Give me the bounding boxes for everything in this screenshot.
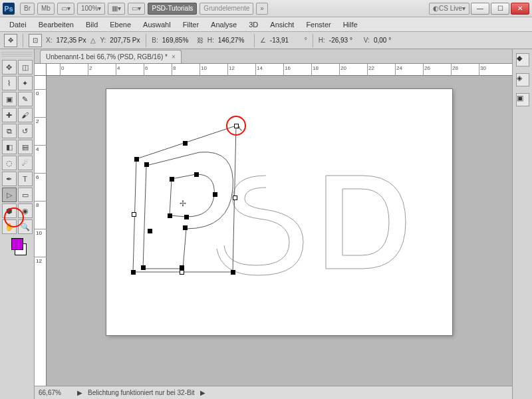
transform-center-icon[interactable]: ✢ [180,199,186,208]
status-message: Belichtung funktioniert nur bei 32-Bit [88,389,195,396]
menu-auswahl[interactable]: Auswahl [138,19,176,30]
y-value[interactable]: 207,75 Px [110,37,140,44]
transform-tool-icon[interactable]: ✥ [4,34,17,47]
menu-datei[interactable]: Datei [4,19,32,30]
link-icon[interactable]: ⛓ [197,37,203,44]
x-value[interactable]: 172,35 Px [56,37,86,44]
canvas[interactable]: ✢ ↖ [106,89,452,335]
anchor-point[interactable] [144,162,149,167]
height-value[interactable]: 146,27% [218,37,249,44]
eraser-tool[interactable]: ◧ [2,140,17,154]
wand-tool[interactable]: ✦ [18,76,33,90]
transform-handle[interactable] [183,141,188,146]
cslive-button[interactable]: ◐ CS Live ▾ [429,3,469,15]
brush-tool[interactable]: 🖌 [18,108,33,122]
canvas-viewport[interactable]: ✢ ↖ [47,76,512,399]
vertical-ruler[interactable]: 024681012 [35,76,47,399]
close-tab-icon[interactable]: × [172,53,176,61]
lasso-tool[interactable]: ⌇ [2,76,17,90]
workspace-more-button[interactable]: » [256,3,268,15]
menu-ansicht[interactable]: Ansicht [265,19,299,30]
transform-handle[interactable] [233,196,237,200]
foreground-color[interactable] [11,238,23,250]
status-arrow-icon[interactable]: ▶ [77,389,82,396]
menu-bar: Datei Bearbeiten Bild Ebene Auswahl Filt… [0,17,532,32]
anchor-point[interactable] [141,265,146,270]
menu-fenster[interactable]: Fenster [301,19,336,30]
reference-point-icon[interactable]: ⊡ [29,34,42,47]
angle-icon: ∠ [260,37,266,44]
pen-tool[interactable]: ✒ [2,172,17,186]
width-value[interactable]: 169,85% [162,37,193,44]
menu-ebene[interactable]: Ebene [104,19,136,30]
document-tab[interactable]: Unbenannt-1 bei 66,7% (PSD, RGB/16) * × [40,50,182,63]
horizontal-ruler[interactable]: 024681012141618202224262830 [47,64,512,76]
transform-handle[interactable] [180,270,184,275]
workspace-grundelemente[interactable]: Grundelemente [200,3,253,15]
right-dock: ◆ ◈ ▣ [512,49,532,399]
menu-bearbeiten[interactable]: Bearbeiten [33,19,79,30]
menu-bild[interactable]: Bild [80,19,103,30]
menu-filter[interactable]: Filter [178,19,204,30]
anchor-point[interactable] [168,213,172,218]
maximize-button[interactable]: ☐ [491,3,509,15]
anchor-point[interactable] [170,177,174,182]
cursor-icon: ↖ [237,124,243,133]
anchor-point[interactable] [183,225,188,230]
skew-v-label: V: [364,37,370,44]
anchor-point[interactable] [184,215,189,219]
color-swatches[interactable] [1,238,33,255]
transform-handle[interactable] [131,270,136,275]
stamp-tool[interactable]: ⧉ [2,124,17,138]
anchor-point[interactable] [213,192,217,197]
dodge-tool[interactable]: ☄ [18,156,33,170]
crop-tool[interactable]: ▣ [2,92,17,106]
highlight-circle [4,207,24,227]
panel-handle[interactable] [1,52,33,57]
blur-tool[interactable]: ◌ [2,156,17,170]
title-bar: Ps Br Mb ▭▾ 100% ▾ ▦▾ ▭▾ PSD-Tutorials G… [0,0,532,17]
width-label: B: [152,37,158,44]
channels-panel-icon[interactable]: ◈ [516,73,529,86]
minibridge-button[interactable]: Mb [37,3,55,15]
bridge-button[interactable]: Br [20,3,35,15]
transform-handle[interactable] [231,270,235,275]
move-tool[interactable]: ✥ [2,60,17,74]
gradient-tool[interactable]: ▤ [18,140,33,154]
x-label: X: [46,37,52,44]
workspace-psd-tutorials[interactable]: PSD-Tutorials [148,3,197,15]
type-tool[interactable]: T [18,172,33,186]
transform-handle[interactable] [132,212,136,217]
shape-tool[interactable]: ▭ [18,188,33,202]
menu-hilfe[interactable]: Hilfe [338,19,363,30]
arrange-button[interactable]: ▭▾ [128,3,145,15]
close-button[interactable]: ✕ [511,3,529,15]
menu-3d[interactable]: 3D [243,19,263,30]
skew-v-value[interactable]: 0,00 ° [374,37,404,44]
view-extras-button[interactable]: ▦▾ [108,3,125,15]
document-tab-label: Unbenannt-1 bei 66,7% (PSD, RGB/16) * [46,53,168,61]
anchor-point[interactable] [148,229,152,233]
skew-h-value[interactable]: -26,93 ° [329,37,360,44]
marquee-tool[interactable]: ◫ [18,60,33,74]
layers-panel-icon[interactable]: ◆ [516,53,529,66]
path-select-tool[interactable]: ▷ [2,188,17,202]
angle-value[interactable]: -13,91 [270,37,301,44]
minimize-button[interactable]: — [471,3,489,15]
zoom-level-button[interactable]: 100% ▾ [77,3,106,15]
transform-handle[interactable] [134,157,139,162]
history-brush-tool[interactable]: ↺ [18,124,33,138]
heal-tool[interactable]: ✚ [2,108,17,122]
eyedropper-tool[interactable]: ✎ [18,92,33,106]
ruler-corner [35,64,47,76]
status-arrow-icon[interactable]: ▶ [200,389,205,396]
anchor-point[interactable] [194,172,199,177]
menu-analyse[interactable]: Analyse [205,19,242,30]
height-label: H: [207,37,214,44]
paths-panel-icon[interactable]: ▣ [516,93,529,106]
screen-mode-button[interactable]: ▭▾ [57,3,74,15]
anchor-point[interactable] [180,265,184,270]
zoom-percent[interactable]: 66,67% [39,389,72,396]
artwork-svg [106,89,452,335]
delta-icon: △ [90,37,96,44]
